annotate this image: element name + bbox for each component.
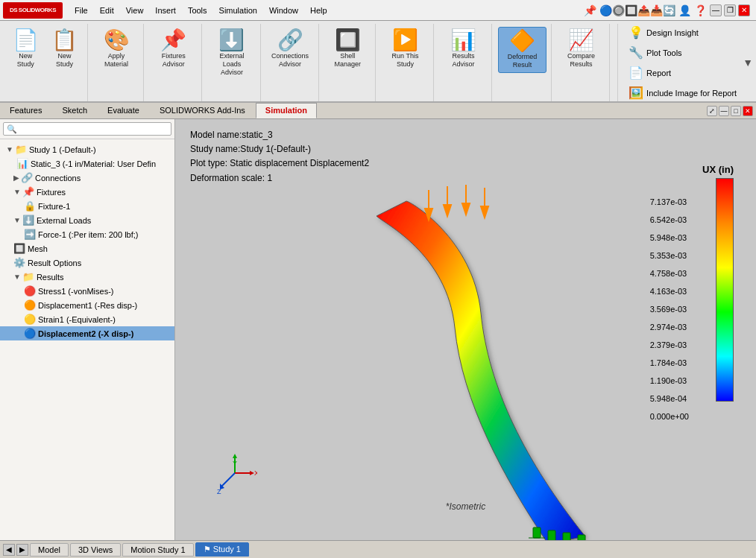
deformed-result-btn[interactable]: 🔶 Deformed Result [498,27,546,73]
report-btn[interactable]: 📄 Report [624,64,741,81]
tab-evaluate[interactable]: Evaluate [98,103,149,118]
run-study-btn[interactable]: ▶️ Run This Study [382,27,429,72]
external-loads-btn[interactable]: ⬇️ External Loads Advisor [208,27,255,79]
tree-result-options[interactable]: ⚙️ Result Options [0,256,174,270]
tree-force1[interactable]: ➡️ Force-1 (:Per item: 200 lbf;) [0,227,174,241]
apply-material-btn[interactable]: 🎨 Apply Material [94,27,139,72]
user-icon[interactable]: 👤 [678,4,691,16]
menu-file[interactable]: File [69,4,94,16]
new-study-btn-1[interactable]: 📄 New Study [7,27,43,72]
external-loads-label: External Loads Advisor [212,52,251,76]
results-advisor-label: Results Advisor [444,52,482,69]
status-tab-study1[interactable]: ⚑ Study 1 [195,542,249,557]
new-study-icon-1: 📄 [13,30,39,51]
new-study-label-1: New Study [12,52,39,69]
strain1-icon: 🟡 [24,314,36,325]
extloads-icon: ⬇️ [22,215,34,226]
status-tab-model[interactable]: Model [30,543,69,557]
ribbon-overflow-btn[interactable]: ▼ [743,24,753,101]
expand-results: ▼ [13,273,21,281]
cbar-val-4: 4.758e-03 [650,269,689,278]
plot-tools-icon: 🔧 [629,45,643,60]
study-label: Study 1 (-Default-) [29,145,96,154]
design-insight-btn[interactable]: 💡 Design Insight [624,24,741,41]
design-insight-label: Design Insight [646,28,699,37]
tree-fixtures[interactable]: ▼ 📌 Fixtures [0,185,174,199]
viewport-maximize-btn[interactable]: □ [731,106,741,116]
menu-insert[interactable]: Insert [149,4,182,16]
view-label: *Isometric [446,501,485,512]
tree-strain1[interactable]: 🟡 Strain1 (-Equivalent-) [0,312,174,326]
compare-results-btn[interactable]: 📈 Compare Results [558,27,605,72]
fixtures-label: Fixtures [37,188,66,197]
ribbon-group-connections: 🔗 Connections Advisor [262,24,319,101]
ribbon-group-new-study: 📄 New Study 📋 New Study [3,24,88,101]
include-image-btn[interactable]: 🖼️ Include Image for Report [624,84,741,101]
pin-icon[interactable]: 📌 [584,4,596,16]
ribbon-group-run: ▶️ Run This Study [377,24,434,101]
window-controls: — ❐ ✕ [710,4,753,16]
plot-tools-label: Plot Tools [646,48,682,57]
svg-text:Z: Z [217,488,221,495]
shell-manager-btn[interactable]: 🔲 Shell Manager [325,27,371,72]
restore-btn[interactable]: ❐ [724,4,736,16]
results-label: Results [37,273,64,282]
force1-icon: ➡️ [24,229,36,240]
status-tab-3dviews[interactable]: 3D Views [70,543,121,557]
tree-extloads[interactable]: ▼ ⬇️ External Loads [0,213,174,227]
menu-tools[interactable]: Tools [182,4,213,16]
minimize-btn[interactable]: — [710,4,722,16]
fixtures-icon: 📌 [22,186,34,197]
tree-fixture1[interactable]: 🔒 Fixture-1 [0,199,174,213]
menu-view[interactable]: View [120,4,150,16]
plot-tools-btn[interactable]: 🔧 Plot Tools [624,44,741,61]
viewport-restore-btn[interactable]: ⤢ [707,106,717,116]
apply-material-icon: 🎨 [104,30,130,51]
status-tab-motion[interactable]: Motion Study 1 [122,543,193,557]
close-btn[interactable]: ✕ [738,4,750,16]
study1-flag: ⚑ [204,545,213,554]
cbar-val-10: 1.190e-03 [650,376,689,385]
status-next-btn[interactable]: ▶ [16,544,28,556]
tab-addins[interactable]: SOLIDWORKS Add-Ins [150,103,255,118]
menu-help[interactable]: Help [304,4,333,16]
cbar-val-0: 7.137e-03 [650,197,689,206]
svg-marker-5 [462,203,470,215]
result-options-label: Result Options [28,259,81,267]
results-advisor-btn[interactable]: 📊 Results Advisor [440,27,487,72]
tree-stress1[interactable]: 🔴 Stress1 (-vonMises-) [0,284,174,298]
menu-simulation[interactable]: Simulation [213,4,263,16]
results-icon: 📁 [22,271,34,282]
fixtures-advisor-btn[interactable]: 📌 Fixtures Advisor [150,27,197,72]
run-study-icon: ▶️ [392,30,418,51]
help-icon[interactable]: ❓ [694,4,707,16]
tree-results[interactable]: ▼ 📁 Results [0,270,174,284]
tree-mesh[interactable]: 🔲 Mesh [0,241,174,256]
app-logo: DS SOLIDWORKS [3,2,63,19]
tree-connections[interactable]: ▶ 🔗 Connections [0,171,174,185]
new-study-btn-2[interactable]: 📋 New Study [46,27,82,72]
cbar-val-9: 1.784e-03 [650,358,689,367]
deformed-result-icon: 🔶 [509,31,535,51]
tree-displacement2[interactable]: 🔵 Displacement2 (-X disp-) [0,326,174,340]
tab-sketch[interactable]: Sketch [52,103,97,118]
viewport[interactable]: Model name:static_3 Study name:Study 1(-… [175,119,756,540]
menu-window[interactable]: Window [263,4,304,16]
fixtures-advisor-icon: 📌 [160,30,186,51]
tab-simulation[interactable]: Simulation [256,103,317,118]
svg-rect-10 [563,533,570,540]
search-input[interactable] [3,122,171,136]
tree-static3[interactable]: 📊 Static_3 (-1 in/Material: User Defin [0,156,174,171]
connections-advisor-btn[interactable]: 🔗 Connections Advisor [267,27,314,72]
tree-displacement1[interactable]: 🟠 Displacement1 (-Res disp-) [0,298,174,312]
menu-edit[interactable]: Edit [94,4,120,16]
viewport-close-btn[interactable]: ✕ [743,106,753,116]
model-name: Model name:static_3 [190,128,369,142]
status-prev-btn[interactable]: ◀ [3,544,15,556]
cbar-val-7: 2.974e-03 [650,323,689,332]
result-options-icon: ⚙️ [13,257,25,268]
viewport-minimize-btn[interactable]: — [719,106,729,116]
tree-study1[interactable]: ▼ 📁 Study 1 (-Default-) [0,142,174,156]
menu-bar: DS SOLIDWORKS File Edit View Insert Tool… [0,0,756,21]
tab-features[interactable]: Features [0,103,51,118]
